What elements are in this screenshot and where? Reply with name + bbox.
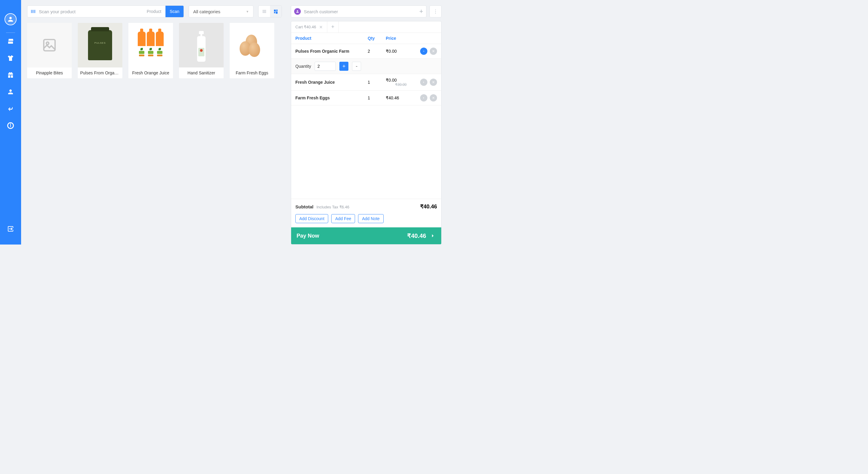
- cart-item-row: Farm Fresh Eggs 1 ₹40.46: [291, 91, 441, 105]
- sidebar: [0, 0, 21, 244]
- view-toggle: [258, 5, 282, 18]
- cart-menu-button[interactable]: ⋮: [430, 5, 441, 18]
- collapse-item-button[interactable]: [420, 47, 427, 55]
- add-customer-icon[interactable]: +: [419, 7, 423, 15]
- header-product: Product: [296, 36, 368, 41]
- grid-view-button[interactable]: [270, 6, 281, 17]
- chevron-right-icon: [430, 233, 436, 239]
- product-image: [230, 23, 274, 67]
- product-name: Farm Fresh Eggs: [230, 67, 274, 78]
- customer-search-wrap: +: [291, 5, 427, 18]
- expand-item-button[interactable]: [420, 78, 427, 86]
- add-fee-button[interactable]: Add Fee: [331, 214, 355, 223]
- barcode-icon: [27, 9, 39, 14]
- cart-item-name: Fresh Orange Juice: [296, 80, 368, 84]
- pay-label: Pay Now: [297, 233, 319, 239]
- product-image: [128, 23, 173, 67]
- cart-tab[interactable]: Cart ₹40.46 ✕: [291, 22, 327, 33]
- product-image: PULSES: [78, 23, 122, 67]
- cart-tab-label: Cart ₹40.46: [296, 25, 316, 29]
- cart-footer: Subtotal Includes Tax ₹6.46 ₹40.46 Add D…: [291, 199, 441, 244]
- quantity-label: Quantity: [296, 64, 311, 69]
- product-image-placeholder: [27, 23, 72, 67]
- svg-point-3: [46, 42, 49, 44]
- category-select[interactable]: All categories ▼: [189, 5, 253, 18]
- product-name: Fresh Orange Juice: [128, 67, 173, 78]
- tax-label: Includes Tax ₹6.46: [316, 205, 349, 209]
- product-name: Pulses From Organ...: [78, 67, 122, 78]
- product-name: Pinapple Bites: [27, 67, 72, 78]
- product-card[interactable]: Farm Fresh Eggs: [230, 23, 274, 78]
- main-area: Product Scan All categories ▼ Pinapple B…: [21, 0, 288, 244]
- subtotal-row: Subtotal Includes Tax ₹6.46 ₹40.46: [291, 199, 441, 214]
- cart-item-price: ₹0.00 ₹30.00: [386, 78, 416, 87]
- store-icon[interactable]: [7, 38, 14, 45]
- list-view-button[interactable]: [258, 6, 270, 17]
- customer-icon: [294, 8, 301, 15]
- return-icon[interactable]: [7, 105, 14, 112]
- cart-item-current-price: ₹0.00: [386, 78, 416, 82]
- customer-search-input[interactable]: [304, 6, 419, 17]
- cart-panel: + ⋮ Cart ₹40.46 ✕ + Product Qty Price Pu…: [288, 0, 447, 244]
- pay-amount: ₹40.46: [407, 232, 426, 239]
- add-cart-tab-button[interactable]: +: [327, 22, 339, 33]
- logout-icon[interactable]: [7, 225, 14, 233]
- cart-tabs: Cart ₹40.46 ✕ +: [291, 22, 441, 33]
- cart-body: Pulses From Organic Farm 2 ₹0.00 Quantit…: [291, 44, 441, 199]
- product-card[interactable]: Fresh Orange Juice: [128, 23, 173, 78]
- remove-item-button[interactable]: [430, 94, 437, 101]
- svg-rect-2: [44, 39, 55, 51]
- cart-item-price: ₹40.46: [386, 96, 416, 100]
- cart-item-row: Pulses From Organic Farm 2 ₹0.00: [291, 44, 441, 59]
- svg-rect-1: [10, 125, 11, 127]
- product-tab-button[interactable]: Product: [143, 6, 165, 17]
- cart-box: Cart ₹40.46 ✕ + Product Qty Price Pulses…: [291, 21, 441, 244]
- close-tab-icon[interactable]: ✕: [319, 25, 323, 30]
- gift-icon[interactable]: [7, 71, 14, 78]
- sidebar-divider: [6, 33, 15, 33]
- add-discount-button[interactable]: Add Discount: [296, 214, 328, 223]
- avatar[interactable]: [4, 13, 17, 25]
- product-search-wrap: Product Scan: [27, 5, 184, 18]
- user-icon[interactable]: [7, 88, 14, 96]
- header-price: Price: [386, 36, 416, 41]
- product-card[interactable]: Hand Sanitizer: [179, 23, 224, 78]
- product-card[interactable]: Pinapple Bites: [27, 23, 72, 78]
- remove-item-button[interactable]: [430, 47, 437, 55]
- cart-header-row: Product Qty Price: [291, 33, 441, 44]
- product-name: Hand Sanitizer: [179, 67, 224, 78]
- shirt-icon[interactable]: [7, 55, 14, 62]
- expand-item-button[interactable]: [420, 94, 427, 101]
- subtotal-label: Subtotal: [296, 204, 313, 209]
- cart-item-qty: 1: [368, 96, 386, 100]
- cart-item-original-price: ₹30.00: [386, 82, 416, 87]
- scan-tab-button[interactable]: Scan: [165, 6, 184, 17]
- cart-item-price: ₹0.00: [386, 49, 416, 54]
- pay-now-button[interactable]: Pay Now ₹40.46: [291, 227, 441, 244]
- remove-item-button[interactable]: [430, 78, 437, 86]
- subtotal-amount: ₹40.46: [420, 203, 437, 210]
- product-image: [179, 23, 224, 67]
- category-selected-label: All categories: [193, 9, 220, 14]
- cart-item-row: Fresh Orange Juice 1 ₹0.00 ₹30.00: [291, 74, 441, 91]
- quantity-input[interactable]: [315, 62, 336, 71]
- header-qty: Qty: [368, 36, 386, 41]
- svg-point-0: [10, 124, 11, 125]
- cart-item-name: Pulses From Organic Farm: [296, 49, 368, 54]
- quantity-editor: Quantity + -: [291, 59, 441, 74]
- decrement-qty-button[interactable]: -: [352, 62, 361, 71]
- cart-item-name: Farm Fresh Eggs: [296, 96, 368, 100]
- info-icon[interactable]: [7, 122, 14, 129]
- cart-item-qty: 1: [368, 80, 386, 84]
- increment-qty-button[interactable]: +: [339, 62, 348, 71]
- chevron-down-icon: ▼: [246, 10, 249, 13]
- add-note-button[interactable]: Add Note: [358, 214, 383, 223]
- product-card[interactable]: PULSES Pulses From Organ...: [78, 23, 122, 78]
- product-search-input[interactable]: [39, 6, 143, 17]
- product-grid: Pinapple Bites PULSES Pulses From Organ.…: [27, 23, 282, 78]
- cart-item-qty: 2: [368, 49, 386, 54]
